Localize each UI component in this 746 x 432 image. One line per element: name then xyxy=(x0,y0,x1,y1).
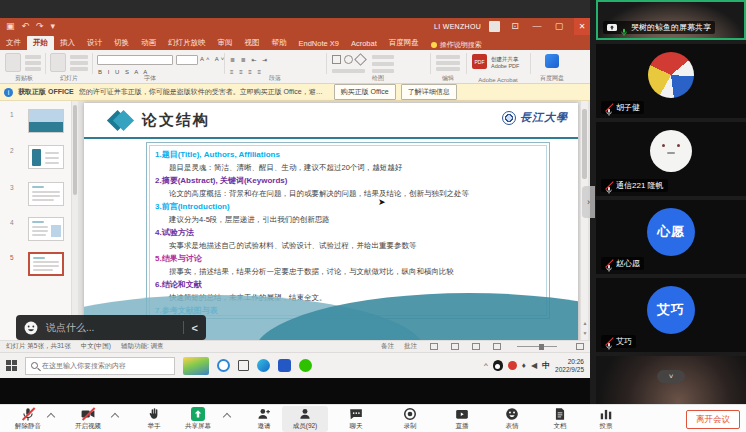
shape-ellipse-button[interactable] xyxy=(344,55,353,64)
paste-button[interactable] xyxy=(5,53,21,72)
chevron-down-icon[interactable]: ˅ xyxy=(657,370,685,383)
tab-baidu[interactable]: 百度网盘 xyxy=(383,36,425,50)
notes-button[interactable]: 备注 xyxy=(381,342,394,351)
live-button[interactable]: 直播 xyxy=(436,407,488,431)
save-icon[interactable]: ▣ xyxy=(6,18,15,35)
share-options-chevron[interactable] xyxy=(224,412,230,418)
arrange-button[interactable] xyxy=(332,69,365,73)
replace-button[interactable] xyxy=(436,61,460,65)
accessibility-status[interactable]: 辅助功能: 调查 xyxy=(121,342,164,351)
next-slide-icon[interactable]: ▼ xyxy=(581,330,589,336)
tab-acrobat[interactable]: Acrobat xyxy=(345,37,383,50)
slide-thumbnail-2[interactable] xyxy=(28,145,64,169)
tab-animations[interactable]: 动画 xyxy=(135,36,162,50)
slide-sorter-view-icon[interactable] xyxy=(451,343,459,350)
font-size-combo[interactable] xyxy=(176,55,198,65)
shape-outline-button[interactable] xyxy=(372,69,394,73)
sidebar-collapse-handle[interactable]: › xyxy=(582,186,595,218)
thumbnail-scrollbar[interactable] xyxy=(72,101,78,340)
fit-to-window-icon[interactable] xyxy=(576,343,584,350)
reading-view-icon[interactable] xyxy=(472,343,480,350)
participant-tile[interactable]: 通信221 隆帆 xyxy=(596,122,746,196)
taskbar-search[interactable]: 在这里输入你要搜索的内容 xyxy=(25,357,175,375)
new-slide-button[interactable] xyxy=(50,53,66,72)
edge-browser-icon[interactable] xyxy=(257,359,270,372)
reset-button[interactable] xyxy=(70,61,88,65)
avatar[interactable] xyxy=(489,21,500,32)
wechat-icon[interactable] xyxy=(299,359,312,372)
video-options-chevron[interactable] xyxy=(112,412,118,418)
tab-insert[interactable]: 插入 xyxy=(54,36,81,50)
ime-indicator[interactable]: 中 xyxy=(542,360,550,371)
restore-icon[interactable]: ▢ xyxy=(552,18,566,35)
account-name[interactable]: LI WENZHOU xyxy=(434,23,481,30)
section-button[interactable] xyxy=(70,67,88,71)
quick-access-toolbar[interactable]: ▣ ↶ ↷ ▾ xyxy=(6,18,55,35)
tell-me-box[interactable]: 操作说明搜索 xyxy=(431,40,482,50)
zoom-slider[interactable] xyxy=(517,346,557,347)
layout-button[interactable] xyxy=(70,55,88,59)
volume-icon[interactable]: ◀ xyxy=(531,361,537,370)
chat-collapse-icon[interactable]: < xyxy=(192,322,198,334)
leave-meeting-button[interactable]: 离开会议 xyxy=(686,410,740,429)
learn-more-button[interactable]: 了解详细信息 xyxy=(401,84,457,100)
minimize-icon[interactable]: — xyxy=(530,18,544,35)
normal-view-icon[interactable] xyxy=(430,343,438,350)
find-button[interactable] xyxy=(436,55,460,59)
slide-thumbnail-5-selected[interactable] xyxy=(28,252,64,276)
slide-thumbnail-1[interactable] xyxy=(28,109,64,133)
chat-input[interactable]: 说点什么... xyxy=(46,321,175,335)
format-painter-button[interactable] xyxy=(25,67,41,71)
slide-scrollbar[interactable]: ▲ ▼ xyxy=(580,101,588,340)
cut-button[interactable] xyxy=(25,55,41,59)
slideshow-view-icon[interactable] xyxy=(493,343,501,350)
participant-tile-partial[interactable]: ˅ xyxy=(596,356,746,404)
participant-tile[interactable]: 心愿 赵心愿 xyxy=(596,200,746,274)
start-button-icon[interactable] xyxy=(6,360,17,371)
participant-tile[interactable]: 胡子健 xyxy=(596,44,746,118)
unmute-options-chevron[interactable] xyxy=(48,412,54,418)
shape-rect-button[interactable] xyxy=(332,55,341,64)
copy-button[interactable] xyxy=(25,61,41,65)
tab-view[interactable]: 视图 xyxy=(239,36,266,50)
docs-button[interactable]: 文档 xyxy=(534,407,586,431)
acrobat-pdf-icon[interactable]: PDF xyxy=(472,54,487,69)
clock[interactable]: 20:26 2022/9/25 xyxy=(555,358,584,374)
tab-slideshow[interactable]: 幻灯片放映 xyxy=(162,36,212,50)
tab-transitions[interactable]: 切换 xyxy=(108,36,135,50)
chat-input-overlay[interactable]: 说点什么... < xyxy=(16,315,206,340)
meeting-app-icon[interactable] xyxy=(278,359,291,372)
tab-help[interactable]: 帮助 xyxy=(266,36,293,50)
reactions-button[interactable]: 表情 xyxy=(486,407,538,431)
tab-file[interactable]: 文件 xyxy=(0,36,27,50)
chat-button[interactable]: 聊天 xyxy=(330,407,382,431)
close-icon[interactable]: ✕ xyxy=(574,18,590,35)
undo-icon[interactable]: ↶ xyxy=(22,18,30,35)
buy-genuine-office-button[interactable]: 购买正版 Office xyxy=(334,84,396,100)
font-name-combo[interactable] xyxy=(97,55,173,65)
share-screen-button[interactable]: 共享屏幕 xyxy=(172,407,224,431)
previous-slide-icon[interactable]: ▲ xyxy=(581,320,589,326)
poll-button[interactable]: 投票 xyxy=(580,407,632,431)
grow-shrink-font-buttons[interactable]: A˄ A˅ xyxy=(200,56,226,62)
tray-mic-icon[interactable]: ♦ xyxy=(522,361,526,370)
record-button[interactable]: 录制 xyxy=(384,407,436,431)
start-video-button[interactable]: 开启视频 xyxy=(62,407,114,431)
qq-icon[interactable] xyxy=(493,360,503,371)
participant-tile[interactable]: 艾巧 艾巧 xyxy=(596,278,746,352)
tab-endnote[interactable]: EndNote X9 xyxy=(293,37,345,50)
tray-expand-icon[interactable]: ^ xyxy=(484,361,488,370)
weather-widget[interactable] xyxy=(183,357,209,375)
comments-button[interactable]: 批注 xyxy=(404,342,417,351)
tray-red-icon[interactable] xyxy=(508,361,517,370)
unmute-button[interactable]: 解除静音 xyxy=(2,407,54,431)
qat-dropdown-icon[interactable]: ▾ xyxy=(51,18,56,35)
select-button[interactable] xyxy=(436,67,460,71)
cortana-icon[interactable] xyxy=(217,359,230,372)
task-view-icon[interactable] xyxy=(238,360,249,371)
shape-fill-button[interactable] xyxy=(372,62,394,66)
baidu-netdisk-icon[interactable] xyxy=(545,54,559,68)
list-buttons[interactable]: ≣ ≣ ⇤ ⇥ xyxy=(230,56,269,63)
participant-tile-screen-share[interactable]: 哭树的鲸鱼的屏幕共享 xyxy=(596,0,746,40)
emoji-icon[interactable] xyxy=(24,321,38,335)
